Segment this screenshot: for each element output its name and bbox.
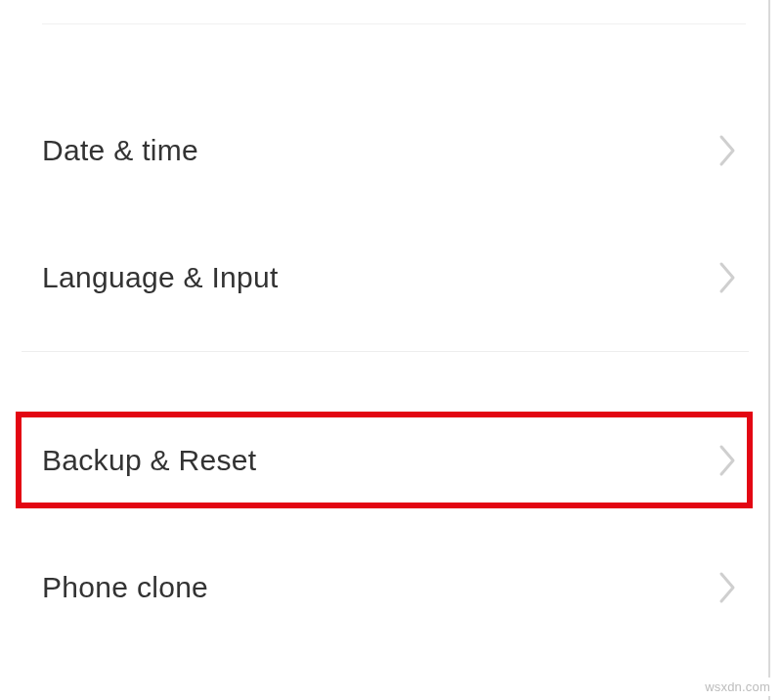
settings-row-backup-reset[interactable]: Backup & Reset bbox=[42, 432, 746, 489]
row-label: Backup & Reset bbox=[42, 444, 256, 477]
settings-row-language-input[interactable]: Language & Input bbox=[42, 249, 746, 306]
chevron-right-icon bbox=[718, 444, 738, 477]
watermark: wsxdn.com bbox=[699, 678, 776, 696]
chevron-right-icon bbox=[718, 571, 738, 604]
settings-row-phone-clone[interactable]: Phone clone bbox=[42, 559, 746, 616]
divider bbox=[42, 23, 746, 24]
settings-row-date-time[interactable]: Date & time bbox=[42, 122, 746, 179]
row-label: Language & Input bbox=[42, 261, 279, 294]
row-label: Phone clone bbox=[42, 571, 208, 604]
row-label: Date & time bbox=[42, 134, 198, 167]
chevron-right-icon bbox=[718, 134, 738, 167]
section-divider bbox=[22, 351, 749, 352]
settings-panel: Date & time Language & Input Backup & Re… bbox=[0, 0, 770, 700]
chevron-right-icon bbox=[718, 261, 738, 294]
